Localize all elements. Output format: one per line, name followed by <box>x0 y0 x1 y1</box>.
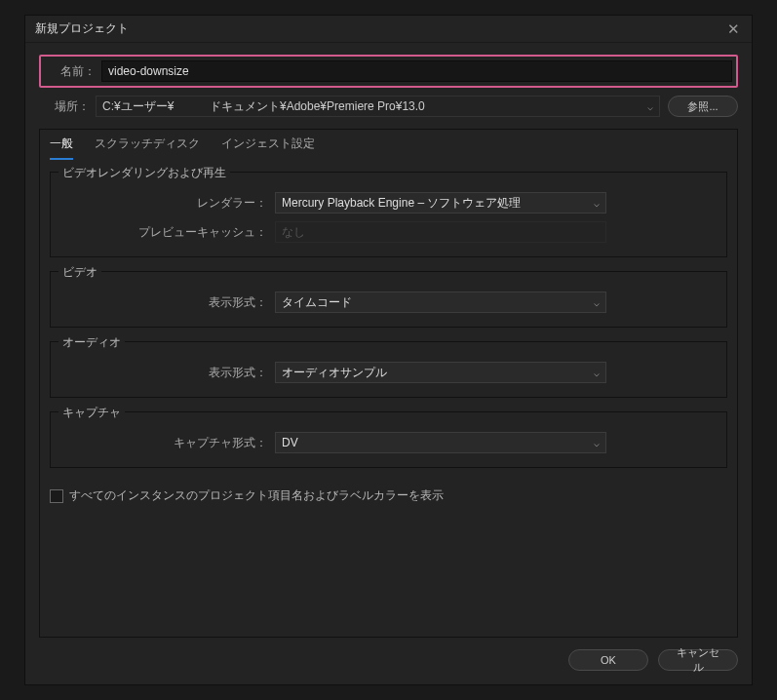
show-labels-checkbox[interactable] <box>50 489 63 503</box>
close-icon[interactable]: ✕ <box>724 20 742 38</box>
renderer-dropdown[interactable]: Mercury Playback Engine – ソフトウェア処理 ⌵ <box>275 192 606 214</box>
audio-format-value: オーディオサンプル <box>282 365 387 381</box>
group-video-rendering: ビデオレンダリングおよび再生 レンダラー： Mercury Playback E… <box>50 172 727 257</box>
dialog-content: 名前： 場所： C:¥ユーザー¥ ドキュメント¥Adobe¥Premiere P… <box>25 43 752 638</box>
location-label: 場所： <box>39 98 96 115</box>
location-path-2: ドキュメント¥Adobe¥Premiere Pro¥13.0 <box>210 98 425 115</box>
preview-cache-dropdown: なし <box>275 221 606 243</box>
tab-bar: 一般 スクラッチディスク インジェスト設定 <box>40 130 737 160</box>
location-dropdown[interactable]: C:¥ユーザー¥ ドキュメント¥Adobe¥Premiere Pro¥13.0 … <box>96 96 660 117</box>
group-capture: キャプチャ キャプチャ形式： DV ⌵ <box>50 411 727 468</box>
show-labels-row: すべてのインスタンスのプロジェクト項目名およびラベルカラーを表示 <box>40 482 737 510</box>
browse-button[interactable]: 参照... <box>668 96 738 117</box>
chevron-down-icon: ⌵ <box>594 198 600 209</box>
name-highlight-box: 名前： <box>39 55 738 88</box>
video-format-value: タイムコード <box>282 294 352 311</box>
group-title-audio: オーディオ <box>58 334 125 351</box>
show-labels-label: すべてのインスタンスのプロジェクト項目名およびラベルカラーを表示 <box>69 487 444 504</box>
chevron-down-icon: ⌵ <box>594 297 600 308</box>
renderer-value: Mercury Playback Engine – ソフトウェア処理 <box>282 195 521 212</box>
audio-format-dropdown[interactable]: オーディオサンプル ⌵ <box>275 362 606 383</box>
group-video: ビデオ 表示形式： タイムコード ⌵ <box>50 271 727 328</box>
titlebar: 新規プロジェクト ✕ <box>25 16 752 43</box>
panel-body: ビデオレンダリングおよび再生 レンダラー： Mercury Playback E… <box>40 160 737 482</box>
chevron-down-icon: ⌵ <box>594 438 600 448</box>
renderer-label: レンダラー： <box>64 195 275 212</box>
group-title-video: ビデオ <box>58 264 101 281</box>
dialog-title: 新規プロジェクト <box>35 20 129 37</box>
preview-cache-value: なし <box>282 224 305 241</box>
cancel-button[interactable]: キャンセル <box>658 649 738 671</box>
project-name-input[interactable] <box>101 60 732 82</box>
chevron-down-icon: ⌵ <box>594 368 600 378</box>
settings-panel: 一般 スクラッチディスク インジェスト設定 ビデオレンダリングおよび再生 レンダ… <box>39 129 738 638</box>
tab-ingest-settings[interactable]: インジェスト設定 <box>221 136 315 160</box>
group-title-capture: キャプチャ <box>58 405 125 421</box>
capture-format-label: キャプチャ形式： <box>64 435 275 451</box>
group-audio: オーディオ 表示形式： オーディオサンプル ⌵ <box>50 341 727 398</box>
new-project-dialog: 新規プロジェクト ✕ 名前： 場所： C:¥ユーザー¥ ドキュメント¥Adobe… <box>24 15 753 685</box>
video-format-dropdown[interactable]: タイムコード ⌵ <box>275 292 606 313</box>
video-format-label: 表示形式： <box>64 294 275 311</box>
ok-button[interactable]: OK <box>568 649 648 671</box>
location-path-1: C:¥ユーザー¥ <box>102 98 210 115</box>
capture-format-value: DV <box>282 436 298 449</box>
group-title-rendering: ビデオレンダリングおよび再生 <box>58 165 230 181</box>
dialog-footer: OK キャンセル <box>25 638 752 684</box>
tab-scratch-disks[interactable]: スクラッチディスク <box>95 136 200 160</box>
audio-format-label: 表示形式： <box>64 365 275 381</box>
tab-general[interactable]: 一般 <box>50 136 73 160</box>
chevron-down-icon: ⌵ <box>647 101 653 112</box>
name-label: 名前： <box>45 63 101 80</box>
capture-format-dropdown[interactable]: DV ⌵ <box>275 432 606 453</box>
preview-cache-label: プレビューキャッシュ： <box>64 224 275 241</box>
